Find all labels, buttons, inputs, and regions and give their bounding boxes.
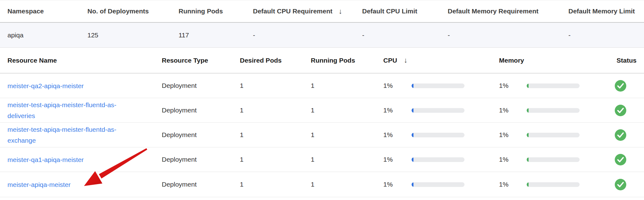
header-status[interactable]: Status xyxy=(610,57,637,64)
resource-type: Deployment xyxy=(162,107,240,114)
table-row: meister-apiqa-meister Deployment 1 1 1% … xyxy=(0,172,644,197)
header-desired-pods[interactable]: Desired Pods xyxy=(240,57,311,64)
running-pods-value: 1 xyxy=(311,156,383,163)
memory-percent-value: 1% xyxy=(499,156,527,163)
namespace-name: apiqa xyxy=(7,31,87,39)
resource-link-meister-test-apiqa-meister-fluentd-as-deliveries[interactable]: meister-test-apiqa-meister-fluentd-as-de… xyxy=(7,99,119,121)
resource-link-meister-qa2-apiqa-meister[interactable]: meister-qa2-apiqa-meister xyxy=(7,80,84,91)
header-default-cpu-requirement-label: Default CPU Requirement xyxy=(253,7,333,15)
memory-usage-bar xyxy=(527,157,580,162)
header-no-of-deployments[interactable]: No. of Deployments xyxy=(87,7,179,15)
cpu-usage-bar xyxy=(412,108,464,113)
memory-usage-bar xyxy=(527,83,580,88)
resource-type: Deployment xyxy=(162,131,240,139)
header-running-pods[interactable]: Running Pods xyxy=(179,7,253,15)
namespace-table: Namespace No. of Deployments Running Pod… xyxy=(0,0,644,48)
cpu-percent-value: 1% xyxy=(383,82,412,89)
header-memory[interactable]: Memory xyxy=(499,57,610,64)
desired-pods-value: 1 xyxy=(240,107,311,114)
status-healthy-icon xyxy=(615,154,626,165)
resource-type: Deployment xyxy=(162,82,240,89)
memory-usage-bar xyxy=(527,133,580,137)
desired-pods-value: 1 xyxy=(240,181,311,188)
status-healthy-icon xyxy=(615,105,626,116)
table-row: meister-test-apiqa-meister-fluentd-as-ex… xyxy=(0,123,644,147)
sort-descending-icon[interactable]: ↓ xyxy=(404,56,408,64)
header-resource-name[interactable]: Resource Name xyxy=(7,57,162,64)
cpu-usage-bar xyxy=(412,83,464,88)
cpu-usage-bar xyxy=(412,133,464,137)
resource-type: Deployment xyxy=(162,181,240,188)
resource-table-header: Resource Name Resource Type Desired Pods… xyxy=(0,48,644,74)
header-namespace[interactable]: Namespace xyxy=(7,7,87,15)
running-pods-value: 1 xyxy=(311,131,383,139)
running-pods-value: 1 xyxy=(311,181,383,188)
memory-percent-value: 1% xyxy=(499,181,527,188)
resource-type: Deployment xyxy=(162,156,240,163)
table-row: meister-test-apiqa-meister-fluentd-as-de… xyxy=(0,98,644,123)
memory-usage-bar xyxy=(527,108,580,113)
running-pods-value: 1 xyxy=(311,82,383,89)
namespace-row-apiqa[interactable]: apiqa 125 117 - - - - xyxy=(0,23,644,48)
header-cpu-label: CPU xyxy=(383,57,397,64)
resource-link-meister-apiqa-meister[interactable]: meister-apiqa-meister xyxy=(7,179,71,190)
desired-pods-value: 1 xyxy=(240,131,311,139)
cpu-percent-value: 1% xyxy=(383,107,412,114)
sort-descending-icon[interactable]: ↓ xyxy=(339,7,343,16)
header-default-memory-limit[interactable]: Default Memory Limit xyxy=(568,7,637,15)
namespace-deployments-count: 125 xyxy=(87,31,179,39)
namespace-default-cpu-requirement: - xyxy=(253,31,362,39)
status-healthy-icon xyxy=(615,80,626,92)
header-default-cpu-limit[interactable]: Default CPU Limit xyxy=(362,7,448,15)
table-row: meister-qa2-apiqa-meister Deployment 1 1… xyxy=(0,74,644,98)
namespace-resource-utilization-view: Namespace No. of Deployments Running Pod… xyxy=(0,0,644,200)
header-running-pods[interactable]: Running Pods xyxy=(311,57,383,64)
resource-link-meister-test-apiqa-meister-fluentd-as-exchange[interactable]: meister-test-apiqa-meister-fluentd-as-ex… xyxy=(7,124,119,146)
resource-table: Resource Name Resource Type Desired Pods… xyxy=(0,48,644,197)
cpu-usage-bar xyxy=(412,182,464,187)
desired-pods-value: 1 xyxy=(240,156,311,163)
namespace-default-memory-limit: - xyxy=(568,31,637,39)
memory-percent-value: 1% xyxy=(499,82,527,89)
desired-pods-value: 1 xyxy=(240,82,311,89)
namespace-table-header: Namespace No. of Deployments Running Pod… xyxy=(0,0,644,23)
table-row: meister-qa1-apiqa-meister Deployment 1 1… xyxy=(0,147,644,172)
cpu-percent-value: 1% xyxy=(383,156,412,163)
status-healthy-icon xyxy=(615,129,626,141)
cpu-percent-value: 1% xyxy=(383,131,412,139)
namespace-default-cpu-limit: - xyxy=(362,31,448,39)
header-default-cpu-requirement[interactable]: Default CPU Requirement ↓ xyxy=(253,7,362,16)
header-default-memory-requirement[interactable]: Default Memory Requirement xyxy=(448,7,568,15)
header-resource-type[interactable]: Resource Type xyxy=(162,57,240,64)
header-cpu[interactable]: CPU ↓ xyxy=(383,56,499,64)
memory-usage-bar xyxy=(527,182,580,187)
memory-percent-value: 1% xyxy=(499,131,527,139)
resource-link-meister-qa1-apiqa-meister[interactable]: meister-qa1-apiqa-meister xyxy=(7,154,84,165)
cpu-usage-bar xyxy=(412,157,464,162)
running-pods-value: 1 xyxy=(311,107,383,114)
cpu-percent-value: 1% xyxy=(383,181,412,188)
status-healthy-icon xyxy=(615,179,626,190)
memory-percent-value: 1% xyxy=(499,107,527,114)
namespace-running-pods-count: 117 xyxy=(179,31,253,39)
namespace-default-memory-requirement: - xyxy=(448,31,568,39)
